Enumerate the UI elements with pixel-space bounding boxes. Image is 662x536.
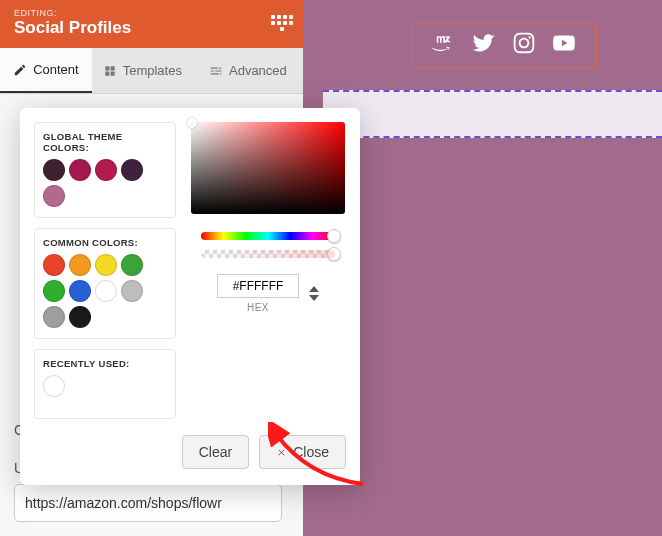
- color-swatch[interactable]: [121, 280, 143, 302]
- color-swatch[interactable]: [43, 375, 65, 397]
- tab-content-label: Content: [33, 62, 79, 77]
- color-swatch[interactable]: [121, 159, 143, 181]
- color-swatch[interactable]: [69, 254, 91, 276]
- tab-templates-label: Templates: [123, 63, 182, 78]
- close-button-label: Close: [293, 444, 329, 460]
- hue-thumb[interactable]: [327, 229, 341, 243]
- editor-tabs: Content Templates Advanced: [0, 48, 303, 94]
- sliders-icon: [209, 64, 223, 78]
- block-title: Social Profiles: [14, 18, 289, 38]
- color-swatch[interactable]: [69, 280, 91, 302]
- color-swatch[interactable]: [95, 159, 117, 181]
- editing-label: EDITING:: [14, 8, 289, 18]
- dropzone-placeholder[interactable]: [323, 90, 662, 138]
- color-swatch[interactable]: [95, 280, 117, 302]
- chevron-down-icon: [309, 294, 319, 302]
- instagram-icon: [511, 30, 537, 60]
- apps-icon[interactable]: [269, 10, 295, 36]
- color-swatch[interactable]: [43, 254, 65, 276]
- clear-button[interactable]: Clear: [182, 435, 249, 469]
- url-input[interactable]: [14, 484, 282, 522]
- recent-colors-title: RECENTLY USED:: [43, 358, 167, 369]
- editor-header: EDITING: Social Profiles: [0, 0, 303, 48]
- templates-icon: [103, 64, 117, 78]
- pencil-icon: [13, 63, 27, 77]
- global-colors-group: GLOBAL THEME COLORS:: [34, 122, 176, 218]
- youtube-icon: [551, 30, 577, 60]
- color-swatch[interactable]: [43, 280, 65, 302]
- hue-slider[interactable]: [201, 232, 335, 240]
- common-colors-group: COMMON COLORS:: [34, 228, 176, 339]
- format-stepper[interactable]: [309, 285, 319, 302]
- tab-content[interactable]: Content: [0, 48, 92, 93]
- hex-label: HEX: [247, 302, 269, 313]
- clear-button-label: Clear: [199, 444, 232, 460]
- tab-advanced-label: Advanced: [229, 63, 287, 78]
- color-swatch[interactable]: [43, 185, 65, 207]
- color-swatch[interactable]: [43, 159, 65, 181]
- color-swatch[interactable]: [95, 254, 117, 276]
- social-icons-block[interactable]: [411, 22, 597, 68]
- global-colors-title: GLOBAL THEME COLORS:: [43, 131, 167, 153]
- alpha-slider[interactable]: [201, 250, 335, 258]
- common-colors-title: COMMON COLORS:: [43, 237, 167, 248]
- hex-input[interactable]: [217, 274, 299, 298]
- chevron-up-icon: [309, 285, 319, 293]
- color-swatch[interactable]: [43, 306, 65, 328]
- saturation-panel[interactable]: [191, 122, 345, 214]
- color-swatch[interactable]: [121, 254, 143, 276]
- tab-templates[interactable]: Templates: [92, 48, 193, 93]
- amazon-icon: [431, 30, 457, 60]
- color-picker-popover: GLOBAL THEME COLORS: COMMON COLORS: RECE…: [20, 108, 360, 485]
- color-swatch[interactable]: [69, 306, 91, 328]
- color-swatch[interactable]: [69, 159, 91, 181]
- close-icon: [276, 447, 287, 458]
- tab-advanced[interactable]: Advanced: [193, 48, 303, 93]
- twitter-icon: [471, 30, 497, 60]
- alpha-thumb[interactable]: [327, 247, 341, 261]
- saturation-cursor[interactable]: [187, 118, 197, 128]
- close-button[interactable]: Close: [259, 435, 346, 469]
- recent-colors-group: RECENTLY USED:: [34, 349, 176, 419]
